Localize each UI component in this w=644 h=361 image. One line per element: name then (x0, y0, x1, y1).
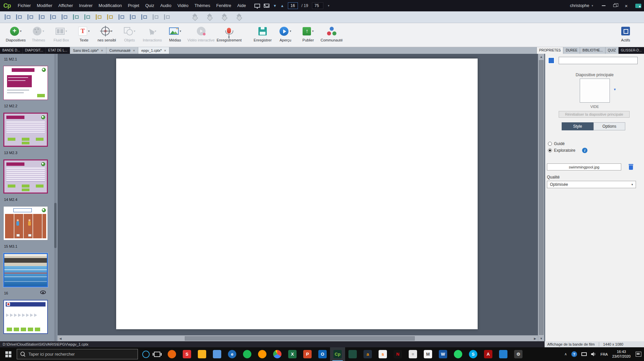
taskbar-app-icon[interactable]: a (360, 347, 375, 361)
close-tab-icon[interactable]: × (101, 48, 103, 52)
align-icon[interactable] (95, 14, 102, 20)
document-tab-active[interactable]: epgv_1.cptx*× (138, 47, 169, 54)
taskbar-app-icon[interactable] (270, 347, 285, 361)
tool-publier[interactable]: ↑▾ Publier (298, 25, 319, 42)
taskbar-app-icon[interactable] (210, 347, 225, 361)
taskbar-app-icon[interactable] (345, 347, 360, 361)
tool-interactions[interactable]: ▾ Interactions (142, 25, 163, 42)
taskbar-app-icon[interactable]: P (300, 347, 315, 361)
quality-select[interactable]: Optimisée ▾ (547, 181, 636, 188)
document-tab[interactable]: Sans titre1.cptx*× (70, 47, 106, 54)
taskbar-app-icon[interactable]: W (435, 347, 451, 361)
scroll-left-icon[interactable]: ◀ (58, 336, 63, 341)
menu-item[interactable]: Fenêtre (213, 0, 234, 11)
menu-item[interactable]: Quiz (142, 0, 157, 11)
taskbar-app-icon[interactable]: e (225, 347, 240, 361)
scroll-right-icon[interactable]: ▶ (532, 336, 538, 341)
taskbar-app-icon[interactable]: M (420, 347, 435, 361)
bring-to-front-icon[interactable] (191, 13, 199, 21)
master-slide-preview[interactable] (580, 79, 610, 103)
menu-item[interactable]: Projet (125, 0, 142, 11)
align-icon[interactable] (141, 14, 147, 20)
zoom-select[interactable]: 75 (312, 2, 323, 9)
tool-apercu[interactable]: ▾ Aperçu (275, 25, 296, 42)
info-icon[interactable]: i (582, 148, 587, 153)
slide-thumbnail-17[interactable] (3, 300, 48, 334)
trash-icon[interactable] (629, 164, 633, 170)
panel-tab-glisser-deposer[interactable]: GLISSER-D... (618, 47, 644, 54)
taskbar-app-icon[interactable] (255, 347, 270, 361)
taskbar-app-icon[interactable]: A (481, 347, 496, 361)
slide-thumbnail-12[interactable] (3, 66, 48, 100)
tab-options[interactable]: Options (593, 122, 625, 130)
align-icon[interactable] (61, 14, 68, 20)
panel-tab-quiz[interactable]: QUIZ (605, 47, 618, 54)
panel-tab-bibliotheque[interactable]: BIBLIOTHE... (580, 47, 605, 54)
align-icon[interactable] (38, 14, 45, 20)
horizontal-scrollbar-thumb[interactable] (185, 336, 415, 341)
taskbar-app-icon[interactable]: S (466, 347, 481, 361)
taskbar-app-icon[interactable]: N (390, 347, 405, 361)
vertical-scrollbar[interactable]: ▲ ▼ (538, 54, 544, 341)
close-button[interactable]: × (621, 0, 632, 11)
tool-fluid-box[interactable]: ▾ Fluid Box (51, 25, 72, 42)
cortana-icon[interactable] (142, 351, 150, 358)
send-to-back-icon[interactable] (236, 13, 243, 21)
align-icon[interactable] (118, 14, 125, 20)
panel-tab-etat[interactable]: ETAT DE L... (46, 47, 70, 54)
vertical-scrollbar-thumb[interactable] (539, 60, 544, 335)
menu-item[interactable]: Modification (96, 0, 125, 11)
taskbar-app-icon[interactable]: ≡ (405, 347, 420, 361)
volume-icon[interactable] (591, 352, 596, 356)
search-input[interactable] (28, 352, 134, 357)
preview-screen-icon[interactable] (254, 4, 260, 8)
reset-master-button[interactable]: Réinitialiser la diapositive principale (559, 111, 630, 118)
align-icon[interactable] (84, 14, 90, 20)
tool-communaute[interactable]: Communauté (321, 25, 343, 42)
taskbar-app-icon[interactable] (194, 347, 210, 361)
mail-icon[interactable] (264, 4, 269, 8)
menu-item[interactable]: Audio (157, 0, 174, 11)
slide-thumbnail-16-selected[interactable] (3, 253, 48, 287)
align-icon[interactable] (50, 14, 56, 20)
taskbar-app-icon[interactable] (451, 347, 466, 361)
tool-actifs[interactable]: Actifs (615, 25, 636, 42)
tool-enregistrer[interactable]: Enregistrer (252, 25, 273, 42)
align-icon[interactable] (27, 14, 33, 20)
close-tab-icon[interactable]: × (133, 48, 135, 52)
taskbar-app-icon[interactable] (240, 347, 255, 361)
tool-objets[interactable]: ▾ Objets (119, 25, 140, 42)
slide-thumbnail-14[interactable] (3, 159, 48, 194)
tool-video-interactive[interactable]: Vidéo interactive (187, 25, 215, 42)
tool-medias[interactable]: ▾ Médias (165, 25, 185, 42)
tool-enregistrement[interactable]: Enregistrement (217, 25, 242, 42)
panel-tab-duree[interactable]: DUREE (563, 47, 580, 54)
tool-texte[interactable]: T▾ Texte (74, 25, 94, 42)
menu-item[interactable]: Vidéo (174, 0, 191, 11)
menu-item[interactable]: Aide (234, 0, 249, 11)
align-icon[interactable] (4, 14, 11, 20)
next-slide-icon[interactable]: ▲ (280, 4, 284, 8)
panel-tab-diapositives[interactable]: DIAPOSIT... (23, 47, 46, 54)
minimize-button[interactable] (598, 0, 609, 11)
menu-item[interactable]: Modifier (34, 0, 55, 11)
slide-canvas[interactable] (116, 58, 478, 329)
slide-thumbnail-13[interactable] (3, 113, 48, 147)
language-indicator[interactable]: FRA (600, 352, 608, 356)
taskbar-app-icon[interactable]: S (179, 347, 194, 361)
slide-number-input[interactable] (288, 2, 298, 9)
hidden-slide-eye-icon[interactable] (40, 290, 46, 294)
menu-item[interactable]: Fichier (15, 0, 34, 11)
start-button[interactable] (0, 347, 17, 361)
tray-chevron-icon[interactable]: ∧ (564, 352, 567, 356)
tool-diapositives[interactable]: +▾ Diapositives (5, 25, 26, 42)
radio-guided[interactable] (548, 142, 552, 146)
tab-style[interactable]: Style (562, 122, 593, 130)
horizontal-scrollbar[interactable]: ◀ ▶ (58, 335, 538, 341)
align-icon[interactable] (72, 14, 79, 20)
previous-slide-icon[interactable]: ▼ (273, 4, 277, 8)
align-icon[interactable] (129, 14, 136, 20)
align-icon[interactable] (152, 14, 159, 20)
align-icon[interactable] (163, 14, 170, 20)
taskbar-app-icon[interactable]: ⚙ (511, 347, 526, 361)
